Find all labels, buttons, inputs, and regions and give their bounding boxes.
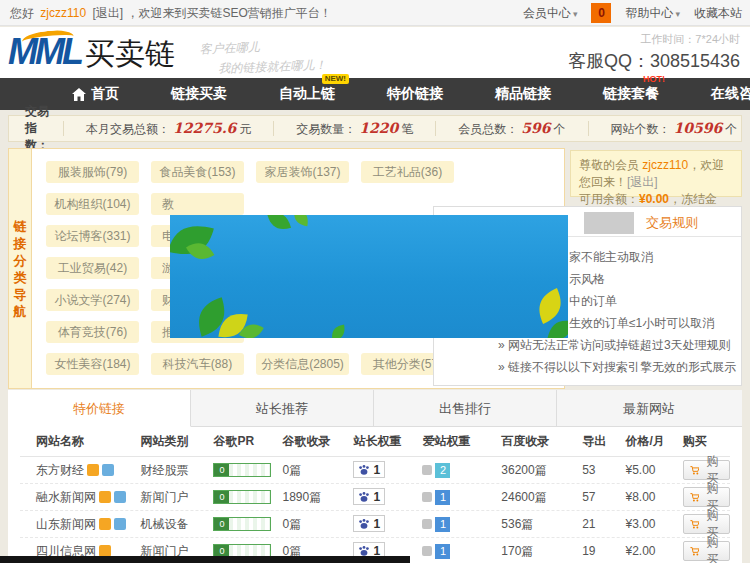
category-beauty[interactable]: 女性美容(184) bbox=[46, 353, 139, 375]
paw-icon bbox=[358, 491, 370, 503]
google-indexed: 1890篇 bbox=[282, 489, 353, 506]
col-header-aizhan-weight: 爱站权重 bbox=[422, 433, 501, 450]
chevron-down-icon: ▾ bbox=[573, 9, 578, 19]
nav-item-home[interactable]: 首页 bbox=[72, 85, 119, 103]
baidu-indexed: 536篇 bbox=[501, 516, 582, 533]
col-header-site-name: 网站名称 bbox=[20, 433, 141, 450]
webmaster-weight-box: 1 bbox=[353, 461, 385, 478]
welcome-logout-link[interactable]: [退出] bbox=[627, 175, 658, 189]
outlinks-count: 19 bbox=[582, 544, 625, 558]
rules-tab-inactive[interactable] bbox=[584, 212, 634, 234]
site-badge-blue-icon bbox=[114, 491, 126, 503]
site-name-link[interactable]: 融水新闻网 bbox=[36, 489, 96, 506]
welcome-line1: 尊敬的会员 zjczz110，欢迎您回来！[退出] bbox=[579, 157, 733, 191]
category-sports[interactable]: 体育竞技(76) bbox=[46, 321, 139, 343]
stat-value: 596 bbox=[521, 120, 550, 136]
welcome-text: ，欢迎来到买卖链SEO营销推广平台！ bbox=[127, 6, 332, 20]
stat-unit: 个 bbox=[725, 122, 737, 136]
buy-button[interactable]: 购买 bbox=[683, 487, 730, 507]
topbar-username[interactable]: zjczz110 bbox=[40, 6, 86, 20]
pr-value: 0 bbox=[214, 464, 229, 476]
cart-icon bbox=[690, 465, 700, 476]
main-nav: 首页 链接买卖 NEW! 自动上链 特价链接 精品链接 HOT! 链接套餐 在线… bbox=[0, 78, 750, 110]
member-welcome-box: 尊敬的会员 zjczz110，欢迎您回来！[退出] 可用余额：¥0.00，冻结金… bbox=[570, 150, 742, 197]
message-count-badge[interactable]: 0 bbox=[591, 3, 611, 23]
rule-item[interactable]: 中的订单 bbox=[569, 293, 617, 310]
stat-label: 会员总数： bbox=[458, 122, 518, 136]
table-row: 山东新闻网 机械设备 0 0篇 1 1 536篇 21 ¥3.00 购买 bbox=[20, 511, 730, 538]
category-industry-trade[interactable]: 工业贸易(42) bbox=[46, 257, 139, 279]
site-name-link[interactable]: 东方财经 bbox=[36, 462, 84, 479]
banner-ad[interactable] bbox=[170, 215, 568, 338]
listings-tabs: 特价链接 站长推荐 出售排行 最新网站 bbox=[8, 390, 742, 427]
nav-item-link-trade[interactable]: 链接买卖 bbox=[171, 85, 227, 103]
paw-icon bbox=[358, 545, 370, 557]
rules-tab-active[interactable]: 交易规则 bbox=[646, 214, 698, 232]
category-organizations[interactable]: 机构组织(104) bbox=[46, 193, 139, 215]
nav-item-auto-link[interactable]: NEW! 自动上链 bbox=[279, 85, 335, 103]
google-indexed: 0篇 bbox=[282, 462, 353, 479]
cart-icon bbox=[690, 492, 700, 503]
paw-icon bbox=[358, 518, 370, 530]
slogan: 客户在哪儿 我的链接就在哪儿！ bbox=[199, 37, 326, 78]
google-indexed: 0篇 bbox=[282, 516, 353, 533]
tab-webmaster-picks[interactable]: 站长推荐 bbox=[191, 390, 374, 427]
category-tech-auto[interactable]: 科技汽车(88) bbox=[151, 353, 244, 375]
listings-panel: 特价链接 站长推荐 出售排行 最新网站 网站名称 网站类别 谷歌PR 谷歌收录 … bbox=[8, 390, 742, 563]
buy-button[interactable]: 购买 bbox=[683, 541, 730, 561]
aizhan-weight-value: 1 bbox=[435, 544, 450, 559]
stat-value: 10596 bbox=[674, 120, 723, 136]
category-novel-literature[interactable]: 小说文学(274) bbox=[46, 289, 139, 311]
stat-unit: 个 bbox=[554, 122, 566, 136]
home-icon bbox=[72, 88, 86, 101]
col-header-buy: 购买 bbox=[683, 433, 730, 450]
greeting-prefix: 您好 bbox=[10, 6, 34, 20]
rule-item[interactable]: 示风格 bbox=[569, 271, 605, 288]
table-header-row: 网站名称 网站类别 谷歌PR 谷歌收录 站长权重 爱站权重 百度收录 导出 价格… bbox=[20, 427, 730, 457]
stats-bar: 交易指数： 本月交易总额：12275.6元 交易数量：1220笔 会员总数：59… bbox=[8, 115, 742, 142]
webmaster-weight-value: 1 bbox=[373, 490, 380, 504]
category-side-label: 链接分类导航 bbox=[13, 218, 28, 320]
category-classified-info[interactable]: 分类信息(2805) bbox=[256, 353, 349, 375]
tab-special-links[interactable]: 特价链接 bbox=[8, 390, 191, 427]
welcome-username[interactable]: zjczz110 bbox=[642, 158, 688, 172]
col-header-outlinks: 导出 bbox=[582, 433, 625, 450]
rule-item[interactable]: » 网站无法正常访问或掉链超过3天处理规则 bbox=[498, 337, 731, 354]
webmaster-weight-value: 1 bbox=[373, 517, 380, 531]
sites-table: 网站名称 网站类别 谷歌PR 谷歌收录 站长权重 爱站权重 百度收录 导出 价格… bbox=[8, 427, 742, 563]
category-education[interactable]: 教 bbox=[151, 193, 244, 215]
category-crafts[interactable]: 工艺礼品(36) bbox=[361, 161, 454, 183]
site-name-link[interactable]: 山东新闻网 bbox=[36, 516, 96, 533]
buy-button[interactable]: 购买 bbox=[683, 460, 730, 480]
category-clothing[interactable]: 服装服饰(79) bbox=[46, 161, 139, 183]
category-forum-blog[interactable]: 论坛博客(331) bbox=[46, 225, 139, 247]
header-contact: 工作时间：7*24小时 客服QQ：308515436 bbox=[568, 32, 740, 73]
nav-label: 链接套餐 bbox=[603, 85, 659, 103]
nav-item-online-consult[interactable]: 在线咨询： bbox=[711, 84, 750, 104]
rule-item[interactable]: 生效的订单≤1小时可以取消 bbox=[569, 315, 714, 332]
favorite-site-link[interactable]: 收藏本站 bbox=[694, 0, 742, 26]
category-food[interactable]: 食品美食(153) bbox=[151, 161, 244, 183]
help-center-link[interactable]: 帮助中心▾ bbox=[625, 0, 680, 27]
tab-newest-sites[interactable]: 最新网站 bbox=[557, 390, 741, 427]
table-row: 东方财经 财经股票 0 0篇 1 2 36200篇 53 ¥5.00 购买 bbox=[20, 457, 730, 484]
logout-link[interactable]: [退出] bbox=[92, 6, 123, 20]
rule-item[interactable]: 家不能主动取消 bbox=[569, 249, 653, 266]
nav-item-special-links[interactable]: 特价链接 bbox=[387, 85, 443, 103]
nav-label: 链接买卖 bbox=[171, 85, 227, 103]
buy-button[interactable]: 购买 bbox=[683, 514, 730, 534]
nav-item-premium-links[interactable]: 精品链接 bbox=[495, 85, 551, 103]
tab-sales-ranking[interactable]: 出售排行 bbox=[374, 390, 557, 427]
new-badge: NEW! bbox=[322, 74, 349, 84]
category-home-decor[interactable]: 家居装饰(137) bbox=[256, 161, 349, 183]
aizhan-icon bbox=[422, 546, 432, 556]
stat-member-count: 会员总数：596个 bbox=[435, 121, 587, 136]
member-center-link[interactable]: 会员中心▾ bbox=[523, 0, 578, 27]
work-time: 工作时间：7*24小时 bbox=[568, 32, 740, 47]
stat-month-total: 本月交易总额：12275.6元 bbox=[63, 121, 273, 136]
stat-trade-count: 交易数量：1220笔 bbox=[273, 121, 435, 136]
site-logo[interactable]: MML 买卖链 bbox=[8, 33, 175, 71]
rule-item[interactable]: » 链接不得以以下对搜索引擎无效的形式展示 bbox=[498, 359, 736, 376]
nav-item-link-packages[interactable]: HOT! 链接套餐 bbox=[603, 85, 659, 103]
stat-site-count: 网站个数：10596个 bbox=[588, 121, 750, 136]
